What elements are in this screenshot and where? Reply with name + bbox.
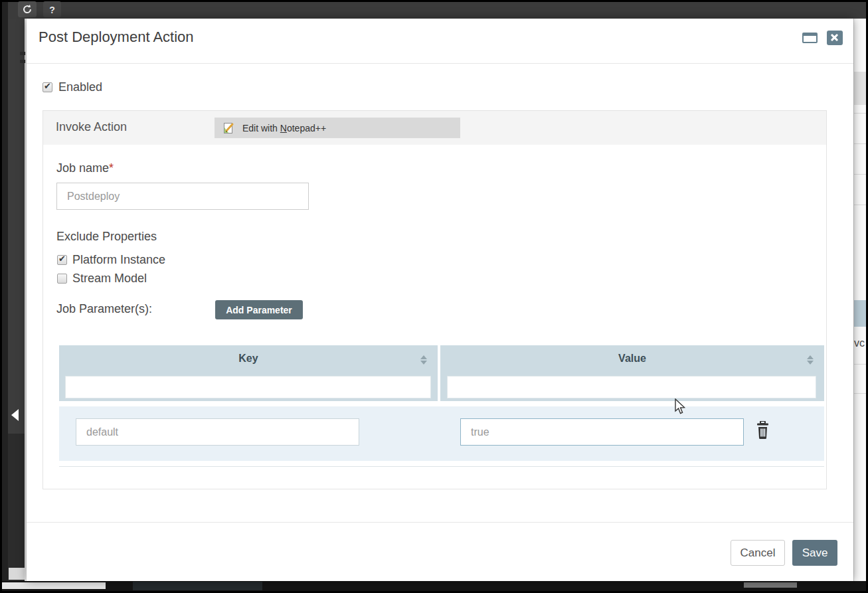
divider [854, 113, 866, 114]
app-left-sidebar [8, 19, 25, 434]
platform-instance-checkbox[interactable] [57, 255, 67, 265]
invoke-action-panel: Invoke Action Edit with Notepad++ Job na… [43, 110, 827, 489]
stream-model-row: Stream Model [57, 272, 147, 286]
enabled-label: Enabled [58, 80, 102, 94]
enabled-row: Enabled [43, 80, 102, 94]
refresh-icon [22, 4, 33, 15]
footer-divider [27, 522, 853, 523]
right-sliver-text: vc [854, 337, 865, 349]
trash-icon [755, 421, 770, 439]
exclude-properties-label: Exclude Properties [56, 230, 157, 244]
job-name-input[interactable] [56, 183, 309, 210]
post-deployment-action-dialog: Post Deployment Action Enabled Invoke Ac… [27, 19, 853, 581]
horizontal-scrollbar-thumb[interactable] [744, 582, 797, 588]
edit-with-notepad-button[interactable]: Edit with Notepad++ [215, 118, 460, 138]
stream-model-checkbox[interactable] [57, 274, 67, 284]
refresh-button[interactable] [18, 1, 37, 17]
close-icon[interactable] [827, 31, 843, 45]
stream-model-label: Stream Model [72, 272, 147, 285]
divider [854, 364, 866, 365]
section-title: Invoke Action [56, 120, 127, 134]
app-left-edge [2, 2, 8, 581]
platform-instance-label: Platform Instance [72, 253, 165, 266]
add-parameter-button[interactable]: Add Parameter [215, 300, 303, 319]
divider [854, 174, 866, 175]
notepad-icon [222, 122, 236, 135]
value-filter-input[interactable] [447, 376, 816, 398]
divider [854, 143, 866, 144]
platform-instance-row: Platform Instance [57, 253, 165, 267]
maximize-icon[interactable] [802, 33, 818, 43]
app-left-bottom-panel [9, 568, 25, 580]
app-bottom-bar [2, 581, 866, 591]
required-mark: * [109, 161, 114, 175]
menu-icon [20, 60, 25, 63]
dialog-title: Post Deployment Action [39, 29, 194, 46]
parameters-table: Key Value [59, 345, 824, 467]
key-filter-input[interactable] [65, 376, 431, 398]
collapse-sidebar-chevron-icon[interactable] [11, 409, 19, 421]
edit-button-label: Edit with Notepad++ [242, 123, 326, 133]
parameter-value-input[interactable] [460, 418, 744, 446]
delete-parameter-button[interactable] [755, 421, 770, 441]
divider [854, 393, 866, 394]
enabled-checkbox[interactable] [43, 82, 52, 92]
divider [854, 205, 866, 205]
app-top-toolbar [2, 2, 866, 19]
header-divider [27, 63, 853, 64]
horizontal-scrollbar-track[interactable] [2, 582, 106, 589]
right-sliver-selected-row [854, 300, 866, 327]
sort-icon[interactable] [807, 355, 814, 365]
save-button[interactable]: Save [792, 540, 837, 566]
parameter-key-input[interactable] [76, 418, 359, 446]
right-sliver-header [854, 72, 866, 105]
cancel-button[interactable]: Cancel [731, 540, 785, 566]
app-left-sidebar-lower [8, 434, 25, 581]
parameter-row [59, 406, 824, 461]
invoke-action-header: Invoke Action Edit with Notepad++ [43, 111, 826, 145]
app-bottom-segment [133, 582, 262, 590]
value-column-label: Value [440, 353, 824, 365]
help-button[interactable]: ? [43, 1, 61, 17]
menu-icon [20, 52, 25, 55]
key-column-label: Key [59, 353, 438, 365]
job-name-label: Job name* [56, 161, 114, 175]
help-icon: ? [49, 5, 55, 15]
screen: ? vc Post Deployment Action Enabled Invo… [0, 0, 868, 593]
job-parameters-label: Job Parameter(s): [56, 302, 152, 316]
sort-icon[interactable] [420, 355, 427, 365]
mouse-cursor [675, 398, 687, 418]
